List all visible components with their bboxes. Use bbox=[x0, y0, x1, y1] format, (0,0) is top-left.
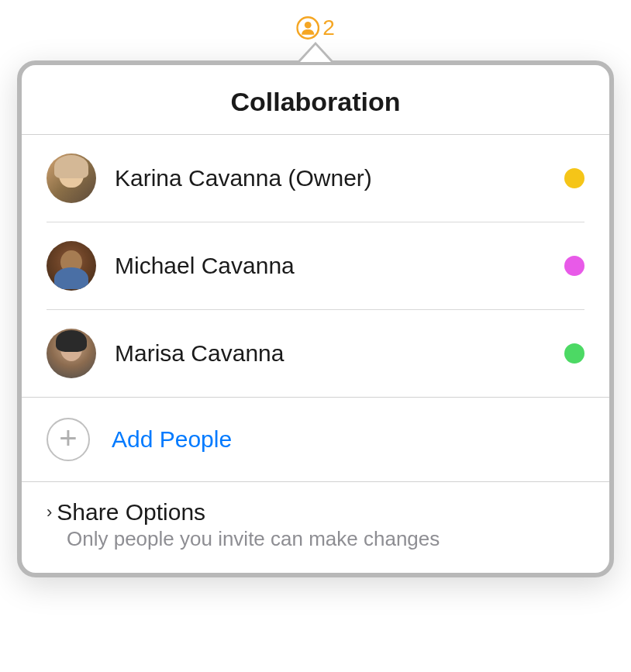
participants-list: Karina Cavanna (Owner) Michael Cavanna M… bbox=[22, 135, 609, 397]
share-options-subtitle: Only people you invite can make changes bbox=[67, 527, 584, 551]
share-options-title: Share Options bbox=[57, 499, 205, 526]
collaboration-popover: Collaboration Karina Cavanna (Owner) Mic… bbox=[17, 47, 614, 577]
status-dot bbox=[564, 256, 584, 276]
plus-icon bbox=[47, 418, 90, 461]
popover-title: Collaboration bbox=[22, 65, 609, 135]
chevron-right-icon: › bbox=[47, 502, 52, 522]
participant-row[interactable]: Karina Cavanna (Owner) bbox=[47, 135, 584, 222]
participant-name: Michael Cavanna bbox=[115, 253, 564, 279]
person-icon bbox=[296, 16, 319, 40]
avatar bbox=[47, 153, 96, 203]
participant-row[interactable]: Marisa Cavanna bbox=[47, 310, 584, 397]
add-people-label: Add People bbox=[112, 426, 232, 453]
status-dot bbox=[564, 168, 584, 188]
svg-point-1 bbox=[305, 22, 312, 29]
participant-name: Karina Cavanna (Owner) bbox=[115, 165, 564, 191]
popover-arrow bbox=[300, 45, 331, 62]
participant-row[interactable]: Michael Cavanna bbox=[47, 222, 584, 310]
avatar bbox=[47, 329, 96, 378]
avatar bbox=[47, 241, 96, 291]
participant-name: Marisa Cavanna bbox=[115, 340, 564, 367]
add-people-button[interactable]: Add People bbox=[22, 397, 609, 482]
collaboration-indicator[interactable]: 2 bbox=[296, 16, 335, 40]
share-options-button[interactable]: › Share Options Only people you invite c… bbox=[22, 482, 609, 573]
collaboration-count: 2 bbox=[322, 16, 335, 40]
status-dot bbox=[564, 343, 584, 364]
